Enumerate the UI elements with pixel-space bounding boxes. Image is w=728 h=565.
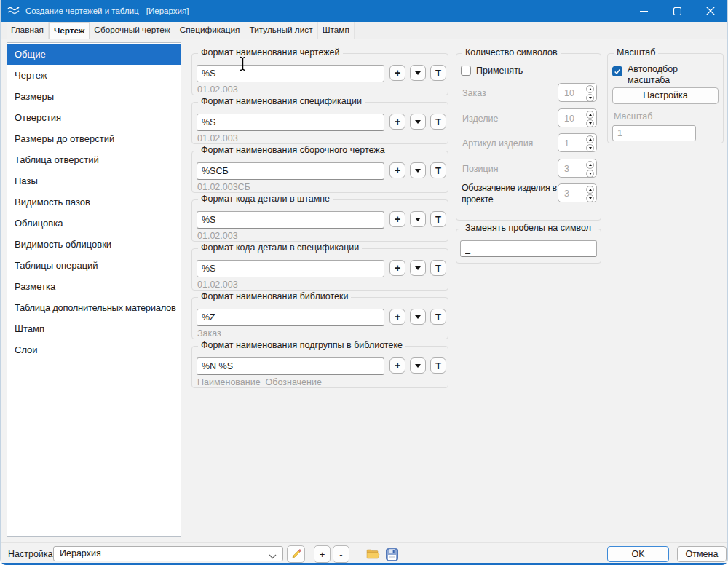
list-item-razmery-do[interactable]: Размеры до отверстий — [7, 128, 181, 149]
symbols-column: Количество символов Применять Заказ 10 И… — [456, 53, 601, 264]
spin-up-icon[interactable] — [586, 161, 594, 169]
list-item-razmetka[interactable]: Разметка — [7, 276, 181, 297]
app-icon — [7, 6, 20, 16]
spin-up-icon[interactable] — [586, 135, 594, 143]
spinbox-poziciya[interactable]: 3 — [558, 159, 597, 178]
replace-symbol-input[interactable] — [460, 240, 597, 257]
row-label: Артикул изделия — [462, 138, 533, 149]
format-input[interactable] — [197, 211, 384, 229]
list-item-otverstiya[interactable]: Отверстия — [7, 107, 181, 128]
scale-input[interactable] — [612, 125, 696, 141]
format-input[interactable] — [197, 357, 384, 375]
spin-down-icon[interactable] — [586, 144, 594, 152]
text-button[interactable]: T — [430, 260, 446, 276]
add-token-button[interactable]: + — [389, 211, 405, 227]
list-item-chertezh[interactable]: Чертеж — [7, 65, 181, 86]
remove-preset-button[interactable]: - — [333, 545, 349, 563]
spinbox-oboznachenie[interactable]: 3 — [558, 183, 597, 202]
group-format-assembly: Формат наименования сборочного чертежа +… — [191, 151, 448, 193]
format-input[interactable] — [197, 114, 384, 131]
text-button[interactable]: T — [430, 357, 446, 374]
spinbox-izdelie[interactable]: 10 — [558, 108, 597, 127]
tab-sborochny[interactable]: Сборочный чертеж — [90, 22, 175, 39]
text-cursor — [239, 56, 247, 74]
spin-up-icon[interactable] — [586, 186, 594, 194]
chevron-down-icon — [415, 169, 421, 173]
list-item-razmery[interactable]: Размеры — [7, 86, 181, 107]
dropdown-button[interactable] — [410, 260, 426, 276]
text-button[interactable]: T — [430, 114, 446, 130]
spin-up-icon[interactable] — [586, 85, 594, 93]
spinbox-artikul[interactable]: 1 — [558, 133, 597, 152]
spin-value[interactable]: 3 — [564, 189, 569, 199]
autoscale-checkbox[interactable] — [612, 66, 622, 76]
tab-titulny[interactable]: Титульный лист — [245, 22, 318, 39]
group-title: Формат наименования подгруппы в библиоте… — [198, 340, 405, 350]
tab-shtamp[interactable]: Штамп — [318, 22, 355, 39]
apply-checkbox[interactable] — [461, 66, 471, 76]
tab-specifikaciya[interactable]: Спецификация — [175, 22, 245, 39]
spin-down-icon[interactable] — [586, 119, 594, 127]
add-token-button[interactable]: + — [389, 357, 405, 374]
row-label: Позиция — [462, 164, 498, 174]
spinbox-zakaz[interactable]: 10 — [558, 83, 597, 102]
spin-value[interactable]: 10 — [564, 114, 574, 124]
add-token-button[interactable]: + — [389, 114, 405, 130]
spin-value[interactable]: 3 — [564, 164, 569, 174]
group-title: Формат кода детали в спецификации — [198, 242, 362, 253]
list-item-sloi[interactable]: Слои — [7, 339, 181, 360]
format-input[interactable] — [197, 309, 384, 326]
cancel-button[interactable]: Отмена — [677, 546, 727, 562]
list-item-vidimost-obl[interactable]: Видимость облицовки — [7, 234, 181, 255]
add-preset-button[interactable]: + — [314, 545, 331, 563]
text-button[interactable]: T — [430, 65, 446, 81]
ok-button[interactable]: OK — [607, 546, 669, 562]
dropdown-button[interactable] — [410, 211, 426, 227]
maximize-button[interactable] — [660, 0, 694, 22]
close-button[interactable] — [694, 0, 727, 22]
group-format-spec: Формат наименования спецификации + T 01.… — [191, 102, 448, 144]
text-button[interactable]: T — [430, 162, 446, 178]
open-preset-button[interactable] — [364, 545, 382, 563]
text-button[interactable]: T — [430, 211, 446, 227]
list-item-oblicovka[interactable]: Облицовка — [7, 213, 181, 234]
save-preset-button[interactable] — [383, 545, 401, 563]
spin-down-icon[interactable] — [586, 94, 594, 102]
format-input[interactable] — [197, 65, 384, 82]
add-token-button[interactable]: + — [389, 260, 405, 276]
list-item-tablica-otv[interactable]: Таблица отверстий — [7, 149, 181, 170]
format-input[interactable] — [197, 260, 384, 277]
format-input[interactable] — [197, 162, 384, 180]
dropdown-button[interactable] — [410, 309, 426, 325]
add-token-button[interactable]: + — [389, 309, 405, 325]
list-item-tablica-dop[interactable]: Таблица дополнительных материалов — [7, 297, 181, 318]
scale-settings-button[interactable]: Настройка — [612, 87, 719, 104]
spin-up-icon[interactable] — [586, 111, 594, 119]
edit-preset-button[interactable] — [287, 545, 305, 563]
spin-value[interactable]: 10 — [564, 88, 574, 98]
text-button[interactable]: T — [430, 309, 446, 325]
dropdown-button[interactable] — [410, 357, 426, 374]
add-token-button[interactable]: + — [389, 65, 405, 81]
titlebar: Создание чертежей и таблиц - [Иерархия] — [1, 0, 727, 22]
chevron-down-icon — [415, 218, 421, 221]
spin-down-icon[interactable] — [586, 170, 594, 178]
chevron-down-icon — [415, 364, 421, 368]
spin-value[interactable]: 1 — [564, 138, 569, 149]
add-token-button[interactable]: + — [389, 162, 405, 178]
group-title: Заменять пробелы на символ — [462, 223, 594, 233]
spin-down-icon[interactable] — [586, 194, 594, 202]
dropdown-button[interactable] — [410, 162, 426, 178]
group-replace-spaces: Заменять пробелы на символ — [456, 229, 601, 264]
preset-combobox[interactable]: Иерархия — [53, 546, 283, 561]
list-item-obshchie[interactable]: Общие — [7, 44, 181, 65]
list-item-vidimost-pazov[interactable]: Видимость пазов — [7, 191, 181, 213]
tab-glavnaya[interactable]: Главная — [7, 22, 49, 39]
dropdown-button[interactable] — [410, 65, 426, 81]
dropdown-button[interactable] — [410, 114, 426, 130]
list-item-tablicy-oper[interactable]: Таблицы операций — [7, 255, 181, 276]
list-item-pazy[interactable]: Пазы — [7, 170, 181, 191]
minimize-button[interactable] — [627, 0, 660, 22]
tab-chertezh[interactable]: Чертеж — [49, 22, 90, 39]
list-item-shtamp[interactable]: Штамп — [7, 318, 181, 339]
